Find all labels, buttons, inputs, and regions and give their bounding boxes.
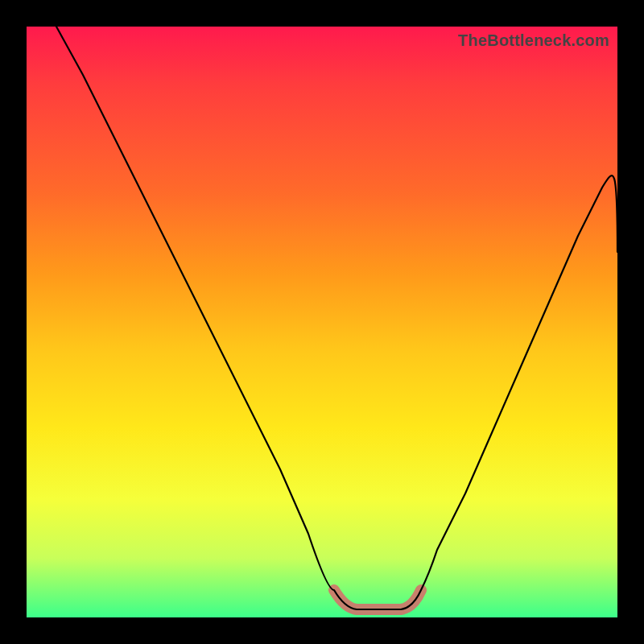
chart-frame: TheBottleneck.com [0,0,644,644]
plot-area: TheBottleneck.com [27,27,617,617]
curve-svg [27,27,617,617]
bottleneck-curve-line [56,27,617,609]
